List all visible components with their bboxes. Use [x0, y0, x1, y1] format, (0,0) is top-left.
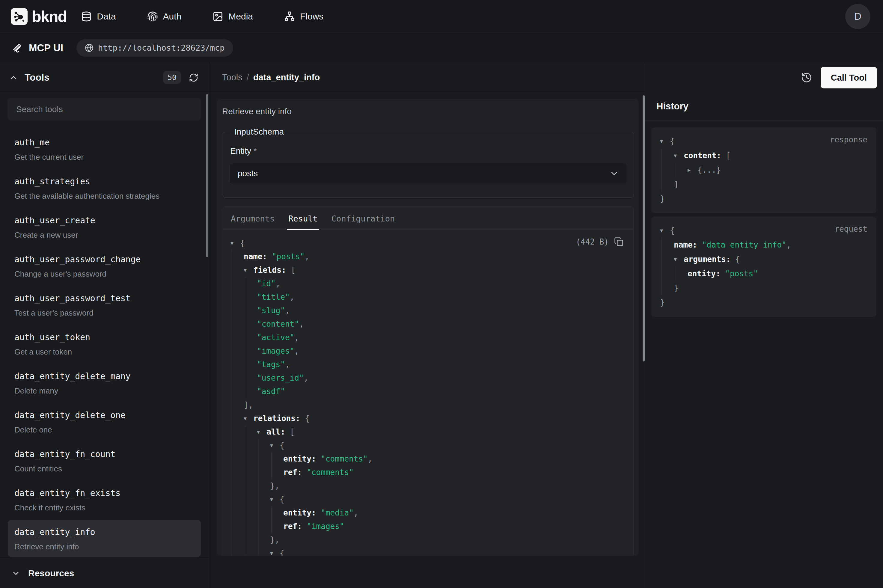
- tools-section-header[interactable]: Tools 50: [0, 63, 208, 92]
- tool-name: data_entity_delete_many: [14, 371, 194, 382]
- tab-arguments[interactable]: Arguments: [231, 207, 274, 230]
- call-tool-button[interactable]: Call Tool: [821, 67, 877, 88]
- tool-description: Delete one: [14, 425, 194, 435]
- mcp-url: http://localhost:28623/mcp: [98, 43, 225, 52]
- history-title: History: [657, 101, 688, 112]
- chevron-up-icon: [9, 73, 18, 82]
- response-json-viewer: ▾{▾content: [▸{...}]}: [651, 134, 876, 206]
- breadcrumb-separator: /: [247, 72, 249, 82]
- tab-configuration[interactable]: Configuration: [331, 207, 395, 230]
- tool-description: Get the current user: [14, 152, 194, 162]
- database-icon: [81, 11, 92, 22]
- json-toggle-caret[interactable]: ▾: [244, 412, 247, 425]
- request-json-viewer: ▾{name: "data_entity_info",▾arguments: {…: [651, 223, 876, 310]
- tool-list-item[interactable]: auth_strategies Get the available authen…: [8, 170, 201, 206]
- tools-sidebar: Tools 50 auth_me Get the current user au…: [0, 63, 208, 588]
- tool-list: auth_me Get the current user auth_strate…: [0, 120, 208, 558]
- logo-text: bknd: [32, 8, 66, 26]
- json-toggle-caret[interactable]: ▾: [257, 425, 260, 439]
- tool-description: Create a new user: [14, 230, 194, 240]
- nav-item-auth[interactable]: Auth: [147, 11, 181, 22]
- tool-name: auth_strategies: [14, 176, 194, 187]
- nav-label: Flows: [300, 11, 324, 22]
- sidebar-scrollbar[interactable]: [206, 94, 208, 257]
- mcp-icon: [11, 42, 23, 54]
- search-container: [0, 92, 208, 120]
- chevron-down-icon: [11, 569, 20, 578]
- tool-description: Delete many: [14, 386, 194, 396]
- search-input[interactable]: [8, 98, 201, 120]
- json-toggle-caret[interactable]: ▾: [660, 223, 663, 238]
- tool-list-item[interactable]: auth_me Get the current user: [8, 130, 201, 167]
- breadcrumb: Tools / data_entity_info: [209, 63, 645, 92]
- tool-name: auth_me: [14, 137, 194, 148]
- tool-list-item[interactable]: auth_user_token Get a user token: [8, 326, 201, 362]
- history-icon[interactable]: [801, 72, 812, 83]
- tool-name: data_entity_fn_exists: [14, 488, 194, 499]
- avatar-initial: D: [854, 11, 861, 22]
- json-toggle-caret[interactable]: ▾: [244, 263, 247, 277]
- json-toggle-caret[interactable]: ▾: [660, 134, 663, 148]
- json-toggle-caret[interactable]: ▾: [270, 439, 273, 452]
- required-mark: *: [253, 146, 257, 156]
- nav-label: Data: [97, 11, 116, 22]
- refresh-icon[interactable]: [189, 73, 198, 82]
- history-card-request[interactable]: request ▾{name: "data_entity_info",▾argu…: [651, 217, 876, 317]
- tool-list-item[interactable]: auth_user_create Create a new user: [8, 208, 201, 245]
- mcp-title: MCP UI: [29, 42, 63, 54]
- resources-section-header[interactable]: Resources: [0, 558, 208, 588]
- entity-select-value: posts: [238, 169, 258, 178]
- header-actions: Call Tool: [645, 63, 883, 92]
- result-json-viewer: (442 B) ▾{name: "posts",▾fields: ["id","…: [223, 230, 634, 556]
- nav-item-flows[interactable]: Flows: [284, 11, 324, 22]
- history-header: History: [645, 92, 883, 120]
- chevron-down-icon: [609, 169, 619, 178]
- json-toggle-caret[interactable]: ▾: [270, 547, 273, 556]
- tool-list-item[interactable]: auth_user_password_test Test a user's pa…: [8, 286, 201, 323]
- entity-field-label: Entity *: [230, 146, 627, 156]
- json-toggle-caret[interactable]: ▾: [674, 252, 677, 266]
- json-toggle-caret[interactable]: ▸: [688, 163, 691, 177]
- tool-description: Get the available authentication strateg…: [14, 191, 194, 201]
- input-schema-legend: InputSchema: [231, 127, 287, 136]
- tool-name: auth_user_password_change: [14, 254, 194, 265]
- nav-item-media[interactable]: Media: [213, 11, 253, 22]
- tool-list-item[interactable]: data_entity_fn_exists Check if entity ex…: [8, 481, 201, 518]
- entity-select[interactable]: posts: [229, 163, 627, 184]
- json-toggle-caret[interactable]: ▾: [231, 237, 234, 250]
- tool-description: Check if entity exists: [14, 503, 194, 513]
- result-card: Arguments Result Configuration (442 B): [223, 207, 634, 556]
- history-card-list: response ▾{▾content: [▸{...}]} request ▾…: [645, 120, 883, 317]
- json-toggle-caret[interactable]: ▾: [270, 493, 273, 506]
- breadcrumb-tools-link[interactable]: Tools: [222, 72, 243, 82]
- tool-list-item[interactable]: data_entity_delete_many Delete many: [8, 364, 201, 401]
- input-schema-fieldset: InputSchema Entity * posts: [223, 127, 634, 198]
- tool-description: Change a user's password: [14, 269, 194, 279]
- json-toggle-caret[interactable]: ▾: [674, 148, 677, 163]
- history-panel: Call Tool History response ▾{▾content: […: [645, 63, 883, 588]
- tab-result[interactable]: Result: [288, 207, 318, 230]
- nav-label: Auth: [163, 11, 181, 22]
- top-navbar: bknd Data: [0, 0, 883, 33]
- nav-label: Media: [228, 11, 253, 22]
- tool-list-item[interactable]: data_entity_info Retrieve entity info: [8, 520, 201, 557]
- tool-form-container: Retrieve entity info InputSchema Entity …: [217, 99, 639, 556]
- app-window: bknd Data: [0, 0, 883, 588]
- workflow-icon: [284, 11, 295, 22]
- content-columns: Tools 50 auth_me Get the current user au…: [0, 63, 883, 588]
- tools-header-title: Tools: [25, 72, 49, 83]
- main-scrollbar[interactable]: [643, 95, 645, 362]
- tool-description: Retrieve entity info: [14, 542, 194, 551]
- tool-list-item[interactable]: data_entity_delete_one Delete one: [8, 404, 201, 440]
- bknd-logo[interactable]: bknd: [11, 8, 66, 26]
- image-icon: [213, 11, 223, 22]
- tool-name: auth_user_token: [14, 332, 194, 343]
- tool-description: Count entities: [14, 464, 194, 474]
- tool-name: auth_user_password_test: [14, 293, 194, 304]
- history-card-response[interactable]: response ▾{▾content: [▸{...}]}: [651, 128, 876, 213]
- mcp-url-pill[interactable]: http://localhost:28623/mcp: [76, 39, 233, 57]
- nav-item-data[interactable]: Data: [81, 11, 116, 22]
- user-avatar[interactable]: D: [845, 4, 870, 29]
- tool-list-item[interactable]: data_entity_fn_count Count entities: [8, 442, 201, 479]
- tool-list-item[interactable]: auth_user_password_change Change a user'…: [8, 248, 201, 284]
